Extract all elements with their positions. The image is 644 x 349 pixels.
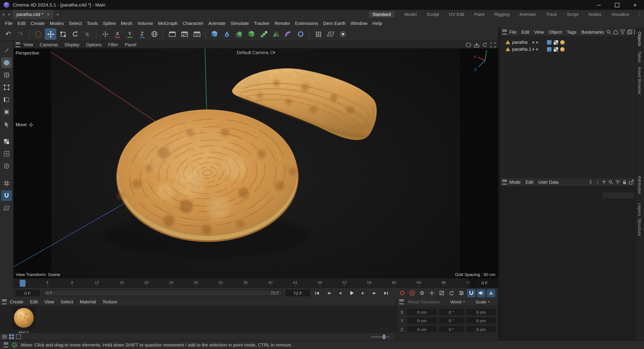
layout-tab[interactable]: Rigging	[494, 12, 510, 17]
filter-lines-icon[interactable]	[615, 180, 620, 185]
material-hamburger-icon[interactable]	[2, 299, 6, 304]
layout-cards-icon[interactable]	[627, 29, 632, 34]
new-tab-button[interactable]: +	[53, 11, 62, 17]
viewport-hamburger-icon[interactable]	[16, 42, 20, 47]
maximize-button[interactable]	[608, 0, 626, 10]
menu-item[interactable]: Window	[348, 21, 370, 25]
reset-transform-button[interactable]: Reset Transform	[408, 299, 440, 304]
layout-menu-icon[interactable]: ⋮	[634, 11, 644, 17]
preview-range-slider[interactable]: 0 F 72 F	[42, 290, 283, 296]
play-button[interactable]	[347, 289, 356, 297]
zoom-slider-handle[interactable]	[383, 335, 386, 339]
attribute-hamburger-icon[interactable]	[502, 180, 507, 185]
object-manager-menu-item[interactable]: Bookmarks	[579, 29, 606, 34]
menu-item[interactable]: Animate	[206, 21, 228, 25]
tab-close-icon[interactable]: ×	[47, 12, 50, 17]
scale-field[interactable]: 0 cm	[466, 309, 496, 315]
up-icon[interactable]	[602, 180, 606, 185]
zoom-slider[interactable]	[371, 336, 390, 337]
side-tab[interactable]: Layers	[638, 203, 642, 216]
close-button[interactable]: ×	[626, 0, 644, 10]
new-window-icon[interactable]	[629, 180, 634, 185]
rotate-tool-button[interactable]	[70, 28, 81, 40]
layout-tab[interactable]: UV Edit	[449, 12, 464, 17]
coordinate-mode-dropdown[interactable]: Scale▾	[476, 299, 490, 304]
field-button[interactable]	[295, 28, 306, 40]
menu-item[interactable]: Select	[66, 21, 84, 25]
position-field[interactable]: 0 cm	[407, 317, 437, 324]
editor-visibility-dot[interactable]	[532, 48, 534, 50]
add-cube-button[interactable]	[208, 28, 220, 40]
workplane-mode-button[interactable]	[1, 203, 12, 213]
texture-mode-button[interactable]	[1, 136, 12, 147]
lock-y-axis-button[interactable]: Y	[124, 28, 136, 40]
rotation-field[interactable]: 0 °	[439, 326, 464, 332]
object-row[interactable]: paratha	[500, 39, 636, 46]
home-icon[interactable]	[614, 29, 618, 34]
viewport-refresh-icon[interactable]	[482, 42, 488, 47]
preview-range-pill[interactable]: 0 F 72 F	[43, 290, 282, 296]
attribute-menu-item[interactable]: Edit	[523, 180, 536, 185]
lock-z-axis-button[interactable]: Z	[136, 28, 148, 40]
cloner-button[interactable]	[258, 28, 269, 40]
viewport-menu-item[interactable]: View	[20, 42, 36, 47]
menu-item[interactable]: Create	[28, 21, 47, 25]
layout-tab[interactable]: Sculpt	[427, 12, 439, 17]
bend-deformer-button[interactable]	[282, 28, 294, 40]
object-manager-menu-item[interactable]: View	[532, 29, 546, 34]
panel-divider[interactable]	[498, 27, 500, 340]
animation-mode-button[interactable]	[1, 161, 12, 171]
render-visibility-dot[interactable]	[536, 48, 538, 50]
side-tab[interactable]: Attributes	[638, 176, 642, 194]
record-parameter-button[interactable]	[457, 289, 466, 297]
object-manager-menu-item[interactable]: Object	[546, 29, 564, 34]
edge-mode-button[interactable]	[1, 94, 12, 105]
minimize-button[interactable]	[590, 0, 608, 10]
viewport-scene[interactable]	[14, 48, 498, 278]
search-icon[interactable]	[606, 29, 612, 34]
material-thumbnail[interactable]	[12, 306, 35, 329]
scale-field[interactable]: 0 cm	[466, 317, 496, 324]
last-tool-button[interactable]	[82, 28, 93, 40]
default-light-button[interactable]	[337, 28, 349, 40]
make-editable-button[interactable]	[1, 45, 12, 56]
layout-tab[interactable]: Nodes	[588, 12, 601, 17]
material-menu-item[interactable]: Material	[76, 299, 99, 304]
viewport-menu-item[interactable]: Display	[61, 42, 83, 47]
menu-item[interactable]: Mesh	[118, 21, 135, 25]
viewport-menu-item[interactable]: Panel	[122, 42, 140, 47]
viewport-canvas[interactable]: Perspective Default Camera Move X Y Z Vi…	[14, 48, 498, 278]
sound-toggle-button[interactable]	[477, 289, 485, 297]
prev-key-button[interactable]	[324, 289, 333, 297]
editor-visibility-dot[interactable]	[532, 41, 534, 43]
object-manager-menu-item[interactable]: Edit	[519, 29, 532, 34]
object-name[interactable]: paratha	[512, 40, 528, 45]
render-picture-viewer-button[interactable]	[179, 28, 190, 40]
prev-frame-button[interactable]	[336, 289, 344, 297]
goto-start-button[interactable]	[312, 289, 322, 297]
viewport-view-label[interactable]: Perspective	[16, 50, 39, 55]
layout-tab[interactable]: Animate	[520, 12, 536, 17]
symmetry-button[interactable]	[270, 28, 282, 40]
timeline-playhead[interactable]	[20, 280, 26, 287]
layout-tab[interactable]: Paint	[474, 12, 484, 17]
object-manager-menu-item[interactable]: File	[507, 29, 519, 34]
autokey-mode-button[interactable]: A	[487, 289, 495, 297]
menu-item[interactable]: Edit	[15, 21, 28, 25]
rotation-field[interactable]: 0 °	[439, 317, 464, 324]
search-icon[interactable]	[608, 180, 613, 185]
side-tab[interactable]: Takes	[638, 51, 642, 62]
viewport-menu-item[interactable]: Options	[83, 42, 105, 47]
redo-button[interactable]: ↷	[15, 28, 26, 40]
menu-item[interactable]: File	[2, 21, 15, 25]
polygon-mode-button[interactable]	[1, 107, 12, 117]
side-tab[interactable]: Asset Browser	[638, 67, 642, 95]
object-list[interactable]: paratha paratha.1	[500, 37, 636, 178]
object-row[interactable]: paratha.1	[500, 46, 636, 53]
menu-item[interactable]: Tracker	[251, 21, 272, 25]
status-hamburger-icon[interactable]	[4, 343, 8, 348]
menu-item[interactable]: Render	[272, 21, 293, 25]
render-settings-button[interactable]	[191, 28, 202, 40]
phong-tag-icon[interactable]	[547, 40, 552, 45]
forward-icon[interactable]	[595, 180, 600, 185]
